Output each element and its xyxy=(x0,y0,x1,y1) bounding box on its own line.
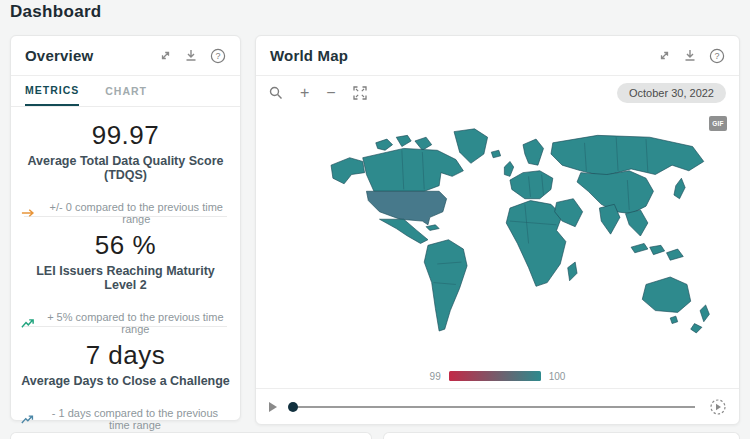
metric-tdqs: 99.97 Average Total Data Quality Score (… xyxy=(11,107,240,216)
slider-thumb[interactable] xyxy=(288,402,298,412)
expand-icon[interactable] xyxy=(159,49,172,62)
metric-label: Average Total Data Quality Score (TDQS) xyxy=(21,154,230,182)
trend-up-icon xyxy=(21,318,35,329)
tab-metrics[interactable]: METRICS xyxy=(25,76,79,106)
metric-value: 99.97 xyxy=(21,120,230,151)
metric-change-text: - 1 days compared to the previous time r… xyxy=(40,407,230,431)
timeline-bar xyxy=(256,388,739,424)
time-slider[interactable] xyxy=(288,401,697,413)
bottom-right-panel xyxy=(383,432,740,439)
zoom-in-icon[interactable]: + xyxy=(300,86,309,100)
map-legend: 99 100 xyxy=(256,368,739,384)
tab-chart[interactable]: CHART xyxy=(105,76,147,106)
expand-icon[interactable] xyxy=(658,49,671,62)
help-icon[interactable]: ? xyxy=(210,48,226,64)
trend-flat-icon xyxy=(21,208,37,218)
metric-value: 56 % xyxy=(21,230,230,261)
overview-title: Overview xyxy=(25,47,159,64)
world-map-canvas[interactable]: GIF xyxy=(256,110,739,360)
legend-min: 99 xyxy=(430,371,441,382)
download-icon[interactable] xyxy=(684,49,696,62)
metric-maturity: 56 % LEI Issuers Reaching Maturity Level… xyxy=(11,217,240,326)
world-map-panel: World Map ? + − October 30, 2022 GI xyxy=(255,35,740,425)
zoom-out-icon[interactable]: − xyxy=(326,86,335,100)
metric-change-text: + 5% compared to the previous time range xyxy=(41,311,230,335)
search-icon[interactable] xyxy=(269,86,283,100)
legend-max: 100 xyxy=(549,371,566,382)
help-icon[interactable]: ? xyxy=(709,48,725,64)
choropleth-map[interactable] xyxy=(318,124,728,348)
legend-gradient xyxy=(449,371,541,381)
trend-up-icon xyxy=(21,414,34,425)
metric-challenge-days: 7 days Average Days to Close a Challenge… xyxy=(11,327,240,436)
metric-value: 7 days xyxy=(21,340,230,371)
date-badge[interactable]: October 30, 2022 xyxy=(617,83,726,103)
bottom-left-panel xyxy=(10,432,372,439)
metric-label: LEI Issuers Reaching Maturity Level 2 xyxy=(21,264,230,292)
play-icon[interactable] xyxy=(268,401,278,413)
country-usa xyxy=(366,191,446,225)
svg-text:?: ? xyxy=(215,51,220,61)
overview-panel: Overview ? METRICS CHART 99.97 Average T… xyxy=(10,35,241,421)
page-title: Dashboard xyxy=(10,2,102,22)
replay-icon[interactable] xyxy=(709,398,727,416)
world-map-title: World Map xyxy=(270,47,658,64)
slider-track[interactable] xyxy=(292,406,695,408)
overview-tabs: METRICS CHART xyxy=(11,76,240,107)
download-icon[interactable] xyxy=(185,49,197,62)
fullscreen-icon[interactable] xyxy=(353,86,367,100)
metric-change-text: +/- 0 compared to the previous time rang… xyxy=(43,201,230,225)
svg-text:?: ? xyxy=(714,51,719,61)
metric-label: Average Days to Close a Challenge xyxy=(21,374,230,388)
